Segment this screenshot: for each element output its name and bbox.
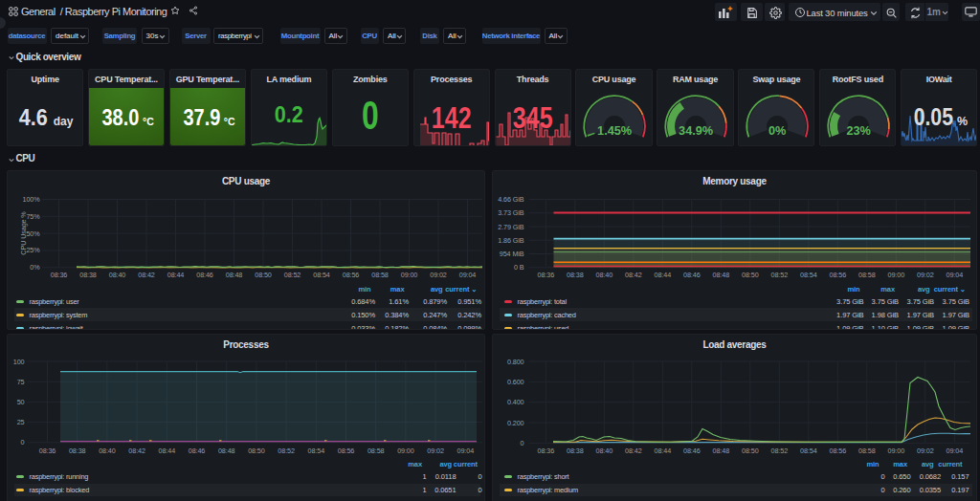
svg-text:23%: 23% [847,124,871,138]
svg-text:34.9%: 34.9% [679,124,713,138]
svg-text:1.45%: 1.45% [597,124,632,138]
svg-text:0%: 0% [768,124,786,138]
